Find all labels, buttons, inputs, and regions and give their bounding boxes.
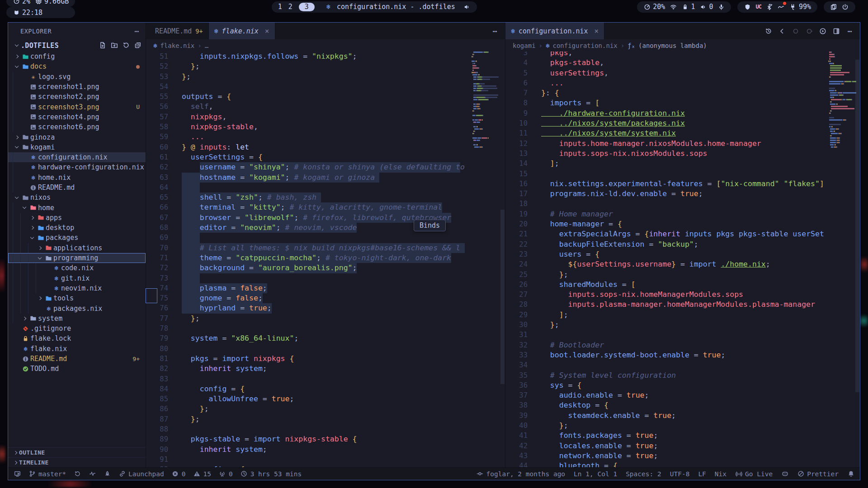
code-line-35[interactable]: 35 # System level configuration (505, 371, 824, 380)
explorer-more-icon[interactable]: ⋯ (134, 27, 139, 36)
statusbar-item-master-[interactable]: master* (28, 470, 66, 478)
statusbar-item-lf[interactable]: LF (698, 470, 706, 478)
statusbar-item[interactable] (781, 470, 788, 478)
tree-item-packages-nix[interactable]: ❄packages.nix (8, 303, 146, 313)
tree-item-apps[interactable]: apps (8, 213, 146, 223)
code-line-41[interactable]: 41 fonts.packages = true; (505, 431, 824, 441)
code-line-28[interactable]: 28 inputs.plasma-manager.homeManagerModu… (505, 300, 824, 310)
code-line-51[interactable]: 51 inputs.nixpkgs.follows = "nixpkgs"; (146, 52, 469, 61)
tab-flake-nix[interactable]: ❄flake.nix× (209, 23, 275, 39)
tree-item-nixos[interactable]: nixos (8, 192, 146, 202)
workspace-root-row[interactable]: .DOTFILES (8, 39, 146, 52)
code-line-75[interactable]: 75 gnome = false; (146, 293, 469, 303)
statusbar-item-launchpad[interactable]: Launchpad (118, 470, 164, 478)
code-line-61[interactable]: 61 userSettings = { (146, 152, 469, 162)
statusbar-item[interactable] (14, 470, 21, 478)
tree-item-screenshot4-png[interactable]: screenshot4.png (8, 112, 146, 122)
split-icon[interactable] (832, 27, 840, 35)
statusbar-item-nix[interactable]: Nix (715, 470, 726, 478)
status-pill[interactable] (824, 1, 855, 13)
chevron-right-icon[interactable] (28, 226, 36, 229)
code-line-74[interactable]: 74 plasma = false; (146, 283, 469, 293)
code-line-72[interactable]: 72 background = "aurora_borealis.png"; (146, 263, 469, 273)
status-pill[interactable]: 2%9.66GB (6, 0, 75, 7)
statusbar-item-spaces-2[interactable]: Spaces: 2 (626, 470, 661, 478)
code-line-17[interactable]: 17 programs.nix-ld.dev.enable = true; (505, 189, 824, 199)
collapse-all-icon[interactable] (134, 42, 142, 49)
tree-item-flake-lock[interactable]: flake.lock (8, 333, 146, 343)
code-line-7[interactable]: 7}: { (505, 88, 824, 98)
code-line-69[interactable]: 69 (146, 233, 469, 243)
code-line-60[interactable]: 60} @ inputs: let (146, 142, 469, 152)
code-line-9[interactable]: 9 ./hardware-configuration.nix (505, 108, 824, 118)
code-line-52[interactable]: 52 }; (146, 61, 469, 71)
statusbar-item-15[interactable]: 15 (193, 470, 211, 478)
statusbar-item[interactable] (847, 470, 854, 478)
code-line-66[interactable]: 66 terminal = "kitty"; # kitty, alacritt… (146, 202, 469, 212)
tree-item-readme-md[interactable]: README.md (8, 183, 146, 192)
code-line-19[interactable]: 19 # Home manager (505, 209, 824, 219)
tree-item-logo-svg[interactable]: ✳logo.svg (8, 72, 146, 82)
tree-item-hardware-configuration-nix[interactable]: ❄hardware-configuration.nix (8, 162, 146, 172)
tree-item-screenshot2-png[interactable]: screenshot2.png (8, 92, 146, 102)
code-line-77[interactable]: 77 }; (146, 314, 469, 324)
code-line-73[interactable]: 73 (146, 273, 469, 283)
tree-item-docs[interactable]: docs (8, 61, 146, 71)
circle-dim-icon[interactable] (792, 27, 799, 35)
status-pill[interactable]: 20%10 (637, 1, 731, 13)
code-line-36[interactable]: 36 sys = { (505, 380, 824, 390)
tab-configuration-nix[interactable]: ❄configuration.nix× (505, 23, 604, 39)
code-line-55[interactable]: 55outputs = { (146, 92, 469, 102)
tree-item-readme-md[interactable]: README.md9+ (8, 354, 146, 364)
code-line-34[interactable]: 34 (505, 360, 824, 370)
tree-item-code-nix[interactable]: ❄code.nix (8, 263, 146, 273)
code-line-70[interactable]: 70 # List all themes: $ nix build nixpkg… (146, 243, 469, 253)
statusbar-item-utf-8[interactable]: UTF-8 (670, 470, 690, 478)
back-icon[interactable] (778, 27, 786, 35)
more-actions-icon[interactable]: ⋯ (491, 27, 499, 35)
code-line-88[interactable]: 88 (146, 424, 469, 434)
close-icon[interactable]: × (265, 27, 269, 35)
chevron-right-icon[interactable] (36, 247, 44, 249)
chevron-right-icon[interactable] (13, 136, 21, 139)
statusbar-item-0[interactable]: 0 (172, 470, 186, 478)
code-line-83[interactable]: 83 (146, 374, 469, 384)
code-line-92[interactable]: 92 config = { (146, 465, 469, 467)
tree-item-home[interactable]: home (8, 202, 146, 212)
tree-item-neovim-nix[interactable]: ❄neovim.nix (8, 283, 146, 293)
code-line-57[interactable]: 57 nixpkgs, (146, 112, 469, 122)
code-line-80[interactable]: 80 (146, 344, 469, 354)
code-line-65[interactable]: 65 shell = "zsh"; # bash, zsh (146, 192, 469, 202)
code-line-87[interactable]: 87 }; (146, 414, 469, 424)
code-line-23[interactable]: 23 users = { (505, 249, 824, 259)
tree-item-screenshot6-png[interactable]: screenshot6.png (8, 122, 146, 132)
code-line-37[interactable]: 37 audio.enable = true; (505, 390, 824, 400)
chevron-down-icon[interactable] (13, 197, 21, 198)
tree-item-flake-nix[interactable]: ❄flake.nix (8, 344, 146, 354)
chevron-right-icon[interactable] (20, 317, 28, 320)
close-icon[interactable]: × (594, 27, 599, 35)
breadcrumb-item[interactable]: (anonymous lambda) (638, 42, 707, 49)
status-pill[interactable]: 22:18 (6, 7, 75, 18)
sidebar-section-outline[interactable]: OUTLINE (8, 447, 146, 457)
tree-item-ginoza[interactable]: ginoza (8, 132, 146, 142)
minimap[interactable] (828, 52, 856, 467)
statusbar-item[interactable] (104, 470, 111, 478)
statusbar-item[interactable] (89, 470, 96, 478)
code-line-6[interactable]: 6 ... (505, 78, 824, 88)
code-line-26[interactable]: 26 sharedModules = [ (505, 280, 824, 290)
tree-item-screenshot3-png[interactable]: screenshot3.pngU (8, 102, 146, 112)
code-line-78[interactable]: 78 (146, 324, 469, 333)
new-file-icon[interactable] (99, 42, 107, 49)
code-line-89[interactable]: 89 pkgs-stable = import nixpkgs-stable { (146, 434, 469, 444)
workspace-1[interactable]: 1 (278, 3, 282, 11)
chevron-down-icon[interactable] (13, 146, 21, 148)
refresh-icon[interactable] (123, 42, 130, 49)
code-editor[interactable]: 51 inputs.nixpkgs.follows = "nixpkgs";52… (146, 52, 505, 467)
code-line-13[interactable]: 13 inputs.sops-nix.nixosModules.sops (505, 149, 824, 159)
code-line-62[interactable]: 62 username = "shinya"; # konsta or shin… (146, 162, 469, 172)
breadcrumb-item[interactable]: flake.nix (160, 42, 194, 49)
code-line-3[interactable]: 3 pkgs, (505, 52, 824, 58)
tree-item-screenshot1-png[interactable]: screenshot1.png (8, 82, 146, 92)
code-line-24[interactable]: 24 ${userSettings.username} = import ./h… (505, 259, 824, 269)
